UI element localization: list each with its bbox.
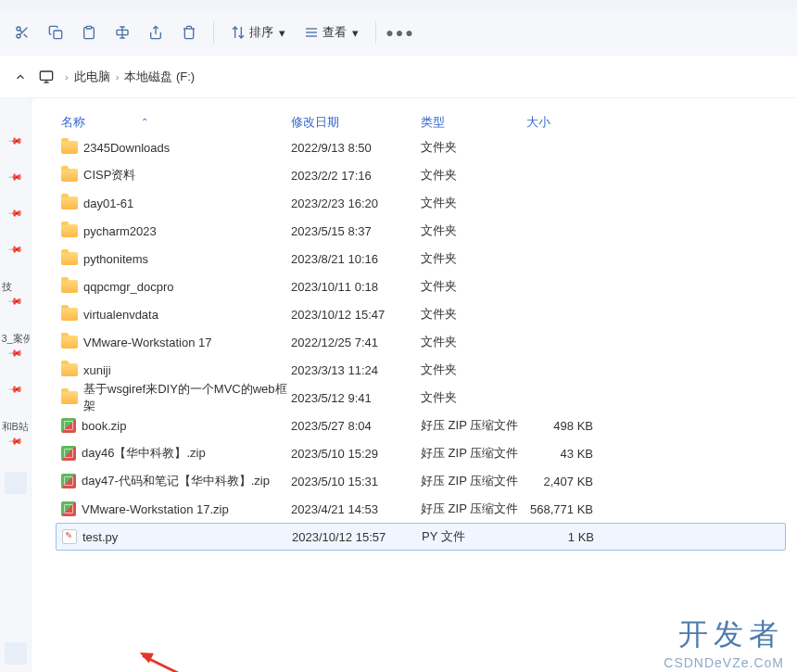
thumbnail-icon	[5, 472, 27, 494]
share-icon[interactable]	[141, 18, 171, 47]
file-name: 基于wsgiref来DIY的一个MVC的web框架	[83, 381, 291, 414]
sidebar-thumb[interactable]	[0, 472, 32, 494]
svg-rect-5	[54, 31, 62, 39]
file-type: 文件夹	[421, 278, 526, 295]
copy-icon[interactable]	[41, 18, 70, 47]
file-type: 文件夹	[421, 334, 526, 350]
column-name[interactable]: 名称 ⌃	[56, 114, 291, 131]
file-row[interactable]: VMware-Workstation 172022/12/25 7:41文件夹	[56, 328, 786, 356]
file-name: pycharm2023	[83, 224, 157, 238]
sidebar-item[interactable]: 3_案例📌	[0, 332, 32, 358]
file-date: 2023/4/21 14:53	[291, 502, 421, 516]
sidebar-item[interactable]: 和B站📌	[0, 420, 32, 446]
chevron-down-icon: ▾	[352, 26, 359, 40]
file-name: 2345Downloads	[83, 141, 170, 155]
sidebar-item[interactable]: 技📌	[0, 280, 32, 306]
sidebar-pin[interactable]: 📌	[0, 208, 32, 218]
breadcrumb-item[interactable]: 本地磁盘 (F:)	[124, 69, 195, 85]
paste-icon[interactable]	[74, 18, 104, 47]
file-size: 1 KB	[527, 530, 601, 544]
sort-button[interactable]: 排序 ▾	[223, 18, 293, 47]
file-name: day46【华中科教】.zip	[82, 445, 206, 462]
folder-icon	[61, 224, 78, 237]
file-row[interactable]: pythonitems2023/8/21 10:16文件夹	[56, 245, 786, 273]
file-row[interactable]: 2345Downloads2022/9/13 8:50文件夹	[56, 133, 786, 161]
file-name-cell: 2345Downloads	[56, 141, 291, 155]
column-type[interactable]: 类型	[421, 114, 526, 131]
file-name-cell: virtualenvdata	[56, 308, 291, 322]
file-name-cell: book.zip	[56, 418, 291, 433]
file-name-cell: test.py	[57, 529, 292, 544]
file-type: 好压 ZIP 压缩文件	[421, 501, 526, 517]
file-row[interactable]: test.py2023/10/12 15:57PY 文件1 KB	[56, 523, 786, 551]
column-size[interactable]: 大小	[526, 114, 601, 131]
file-name-cell: qqpcmgr_docpro	[56, 280, 291, 294]
file-name: book.zip	[82, 419, 126, 433]
file-row[interactable]: day47-代码和笔记【华中科教】.zip2023/5/10 15:31好压 Z…	[56, 467, 786, 495]
sidebar-pin[interactable]: 📌	[0, 244, 32, 254]
file-name: day01-61	[83, 197, 133, 210]
file-name: CISP资料	[83, 167, 135, 184]
file-row[interactable]: VMware-Workstation 17.zip2023/4/21 14:53…	[56, 495, 786, 523]
pin-icon: 📌	[7, 241, 22, 256]
column-date[interactable]: 修改日期	[291, 114, 421, 131]
cut-icon[interactable]	[7, 18, 37, 47]
file-type: 文件夹	[421, 167, 526, 184]
file-name: xuniji	[83, 363, 111, 377]
file-row[interactable]: qqpcmgr_docpro2023/10/11 0:18文件夹	[56, 273, 786, 300]
file-type: 文件夹	[421, 139, 526, 156]
folder-icon	[61, 252, 78, 265]
file-row[interactable]: book.zip2023/5/27 8:04好压 ZIP 压缩文件498 KB	[56, 412, 786, 439]
folder-icon	[61, 197, 78, 209]
file-name-cell: 基于wsgiref来DIY的一个MVC的web框架	[56, 381, 291, 414]
folder-icon	[61, 336, 78, 349]
file-name-cell: pycharm2023	[56, 224, 291, 238]
computer-icon[interactable]	[33, 64, 59, 90]
file-name-cell: CISP资料	[56, 167, 291, 184]
file-row[interactable]: xuniji2023/3/13 11:24文件夹	[56, 356, 786, 384]
file-name: test.py	[82, 530, 118, 544]
up-icon[interactable]	[7, 64, 33, 90]
file-row[interactable]: day46【华中科教】.zip2023/5/10 15:29好压 ZIP 压缩文…	[56, 439, 786, 467]
folder-icon	[61, 141, 78, 154]
file-row[interactable]: CISP资料2023/2/2 17:16文件夹	[56, 161, 786, 189]
sidebar-pin[interactable]: 📌	[0, 171, 32, 182]
file-name-cell: VMware-Workstation 17.zip	[56, 501, 291, 516]
column-name-label: 名称	[61, 114, 85, 131]
separator	[375, 21, 376, 44]
folder-icon	[61, 363, 78, 376]
sidebar-thumb[interactable]	[5, 642, 27, 665]
rename-icon[interactable]	[108, 18, 137, 47]
file-list: 名称 ⌃ 修改日期 类型 大小 2345Downloads2022/9/13 8…	[32, 98, 797, 672]
file-type: 好压 ZIP 压缩文件	[421, 445, 526, 462]
zip-icon	[61, 501, 76, 516]
file-name: qqpcmgr_docpro	[83, 280, 174, 294]
file-row[interactable]: 基于wsgiref来DIY的一个MVC的web框架2023/5/12 9:41文…	[56, 384, 786, 412]
file-size: 498 KB	[526, 419, 601, 433]
file-row[interactable]: virtualenvdata2023/10/12 15:47文件夹	[56, 300, 786, 328]
annotation-arrow	[142, 654, 360, 672]
breadcrumb-item[interactable]: 此电脑	[74, 69, 110, 85]
pin-icon: 📌	[7, 293, 22, 308]
delete-icon[interactable]	[174, 18, 204, 47]
pin-icon: 📌	[7, 205, 22, 220]
file-name: pythonitems	[83, 252, 148, 266]
file-type: 文件夹	[421, 389, 526, 406]
file-date: 2023/8/21 10:16	[291, 252, 421, 266]
view-label: 查看	[323, 24, 347, 41]
file-row[interactable]: day01-612023/2/23 16:20文件夹	[56, 189, 786, 217]
file-type: PY 文件	[422, 528, 527, 545]
file-date: 2023/5/27 8:04	[291, 419, 421, 433]
file-date: 2023/3/13 11:24	[291, 363, 421, 377]
view-button[interactable]: 查看 ▾	[297, 18, 366, 47]
file-type: 好压 ZIP 压缩文件	[421, 473, 526, 489]
file-name-cell: VMware-Workstation 17	[56, 336, 291, 349]
more-icon[interactable]: ●●●	[386, 18, 415, 47]
pin-icon: 📌	[7, 381, 22, 396]
sidebar-pin[interactable]: 📌	[0, 135, 32, 146]
sidebar-pin[interactable]: 📌	[0, 384, 32, 394]
folder-icon	[61, 169, 78, 182]
file-date: 2023/5/10 15:31	[291, 475, 421, 488]
file-row[interactable]: pycharm20232023/5/15 8:37文件夹	[56, 217, 786, 245]
file-date: 2023/5/15 8:37	[291, 224, 421, 238]
